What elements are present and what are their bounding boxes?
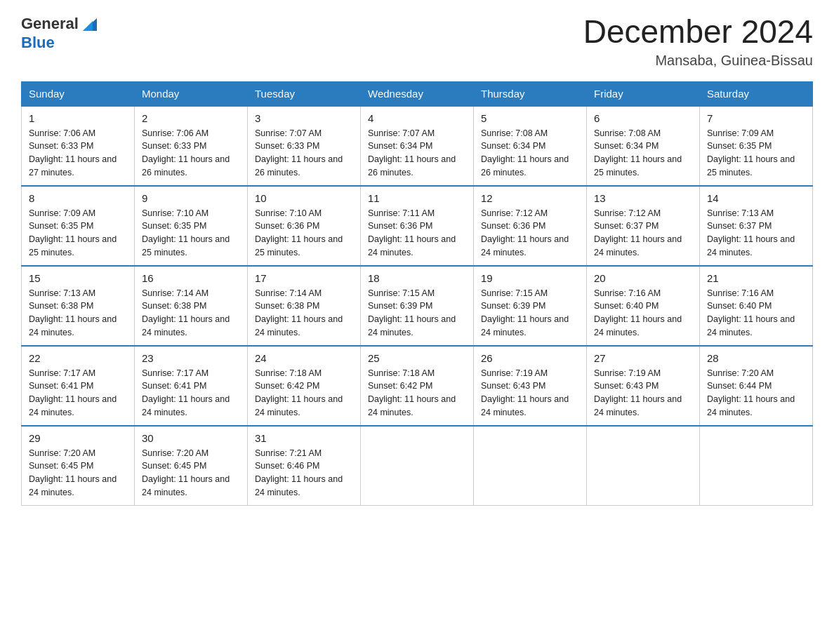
calendar-cell: 14Sunrise: 7:13 AMSunset: 6:37 PMDayligh… <box>700 186 813 266</box>
header-friday: Friday <box>587 81 700 106</box>
calendar-cell: 22Sunrise: 7:17 AMSunset: 6:41 PMDayligh… <box>22 346 135 426</box>
calendar-cell: 12Sunrise: 7:12 AMSunset: 6:36 PMDayligh… <box>474 186 587 266</box>
day-number: 16 <box>142 272 240 284</box>
day-info: Sunrise: 7:09 AMSunset: 6:35 PMDaylight:… <box>29 208 117 257</box>
logo: General Blue <box>21 14 100 52</box>
day-number: 2 <box>142 112 240 124</box>
header-sunday: Sunday <box>22 81 135 106</box>
day-info: Sunrise: 7:06 AMSunset: 6:33 PMDaylight:… <box>142 128 230 177</box>
calendar-cell: 17Sunrise: 7:14 AMSunset: 6:38 PMDayligh… <box>248 266 361 346</box>
calendar-cell: 3Sunrise: 7:07 AMSunset: 6:33 PMDaylight… <box>248 106 361 186</box>
day-info: Sunrise: 7:14 AMSunset: 6:38 PMDaylight:… <box>142 288 230 337</box>
calendar-cell: 9Sunrise: 7:10 AMSunset: 6:35 PMDaylight… <box>135 186 248 266</box>
calendar-cell: 13Sunrise: 7:12 AMSunset: 6:37 PMDayligh… <box>587 186 700 266</box>
day-info: Sunrise: 7:21 AMSunset: 6:46 PMDaylight:… <box>255 448 343 497</box>
calendar-cell: 16Sunrise: 7:14 AMSunset: 6:38 PMDayligh… <box>135 266 248 346</box>
day-info: Sunrise: 7:13 AMSunset: 6:37 PMDaylight:… <box>707 208 795 257</box>
calendar-header-row: SundayMondayTuesdayWednesdayThursdayFrid… <box>22 81 813 106</box>
day-info: Sunrise: 7:17 AMSunset: 6:41 PMDaylight:… <box>142 368 230 417</box>
header-tuesday: Tuesday <box>248 81 361 106</box>
calendar-week-row: 8Sunrise: 7:09 AMSunset: 6:35 PMDaylight… <box>22 186 813 266</box>
calendar-cell: 11Sunrise: 7:11 AMSunset: 6:36 PMDayligh… <box>361 186 474 266</box>
calendar-cell <box>361 426 474 506</box>
day-number: 5 <box>481 112 579 124</box>
day-number: 30 <box>142 432 240 444</box>
title-block: December 2024 Mansaba, Guinea-Bissau <box>583 14 813 69</box>
day-info: Sunrise: 7:18 AMSunset: 6:42 PMDaylight:… <box>368 368 456 417</box>
day-info: Sunrise: 7:09 AMSunset: 6:35 PMDaylight:… <box>707 128 795 177</box>
day-info: Sunrise: 7:16 AMSunset: 6:40 PMDaylight:… <box>594 288 682 337</box>
day-number: 29 <box>29 432 127 444</box>
calendar-cell: 6Sunrise: 7:08 AMSunset: 6:34 PMDaylight… <box>587 106 700 186</box>
day-number: 4 <box>368 112 466 124</box>
day-info: Sunrise: 7:07 AMSunset: 6:34 PMDaylight:… <box>368 128 456 177</box>
calendar-cell <box>474 426 587 506</box>
calendar-cell: 25Sunrise: 7:18 AMSunset: 6:42 PMDayligh… <box>361 346 474 426</box>
day-info: Sunrise: 7:10 AMSunset: 6:35 PMDaylight:… <box>142 208 230 257</box>
day-number: 15 <box>29 272 127 284</box>
calendar-cell: 2Sunrise: 7:06 AMSunset: 6:33 PMDaylight… <box>135 106 248 186</box>
day-number: 8 <box>29 192 127 204</box>
calendar-cell: 28Sunrise: 7:20 AMSunset: 6:44 PMDayligh… <box>700 346 813 426</box>
day-number: 26 <box>481 352 579 364</box>
day-number: 14 <box>707 192 805 204</box>
day-info: Sunrise: 7:19 AMSunset: 6:43 PMDaylight:… <box>481 368 569 417</box>
day-number: 12 <box>481 192 579 204</box>
day-info: Sunrise: 7:10 AMSunset: 6:36 PMDaylight:… <box>255 208 343 257</box>
day-number: 9 <box>142 192 240 204</box>
day-info: Sunrise: 7:17 AMSunset: 6:41 PMDaylight:… <box>29 368 117 417</box>
calendar-cell: 19Sunrise: 7:15 AMSunset: 6:39 PMDayligh… <box>474 266 587 346</box>
calendar-cell <box>700 426 813 506</box>
calendar-table: SundayMondayTuesdayWednesdayThursdayFrid… <box>21 81 813 506</box>
day-number: 24 <box>255 352 353 364</box>
day-info: Sunrise: 7:20 AMSunset: 6:44 PMDaylight:… <box>707 368 795 417</box>
day-number: 7 <box>707 112 805 124</box>
calendar-cell: 27Sunrise: 7:19 AMSunset: 6:43 PMDayligh… <box>587 346 700 426</box>
calendar-cell: 18Sunrise: 7:15 AMSunset: 6:39 PMDayligh… <box>361 266 474 346</box>
day-info: Sunrise: 7:12 AMSunset: 6:36 PMDaylight:… <box>481 208 569 257</box>
day-info: Sunrise: 7:15 AMSunset: 6:39 PMDaylight:… <box>481 288 569 337</box>
day-info: Sunrise: 7:16 AMSunset: 6:40 PMDaylight:… <box>707 288 795 337</box>
calendar-week-row: 22Sunrise: 7:17 AMSunset: 6:41 PMDayligh… <box>22 346 813 426</box>
day-number: 6 <box>594 112 692 124</box>
day-info: Sunrise: 7:19 AMSunset: 6:43 PMDaylight:… <box>594 368 682 417</box>
day-number: 27 <box>594 352 692 364</box>
header-saturday: Saturday <box>700 81 813 106</box>
day-number: 13 <box>594 192 692 204</box>
page-header: General Blue December 2024 Mansaba, Guin… <box>21 14 813 69</box>
day-info: Sunrise: 7:08 AMSunset: 6:34 PMDaylight:… <box>594 128 682 177</box>
calendar-week-row: 29Sunrise: 7:20 AMSunset: 6:45 PMDayligh… <box>22 426 813 506</box>
day-number: 23 <box>142 352 240 364</box>
calendar-cell: 8Sunrise: 7:09 AMSunset: 6:35 PMDaylight… <box>22 186 135 266</box>
calendar-cell: 15Sunrise: 7:13 AMSunset: 6:38 PMDayligh… <box>22 266 135 346</box>
logo-icon <box>80 14 100 34</box>
day-info: Sunrise: 7:15 AMSunset: 6:39 PMDaylight:… <box>368 288 456 337</box>
day-number: 20 <box>594 272 692 284</box>
logo-blue-text: Blue <box>21 34 55 52</box>
calendar-cell: 31Sunrise: 7:21 AMSunset: 6:46 PMDayligh… <box>248 426 361 506</box>
day-number: 11 <box>368 192 466 204</box>
day-info: Sunrise: 7:08 AMSunset: 6:34 PMDaylight:… <box>481 128 569 177</box>
calendar-cell: 20Sunrise: 7:16 AMSunset: 6:40 PMDayligh… <box>587 266 700 346</box>
calendar-cell: 4Sunrise: 7:07 AMSunset: 6:34 PMDaylight… <box>361 106 474 186</box>
day-number: 17 <box>255 272 353 284</box>
day-number: 18 <box>368 272 466 284</box>
day-info: Sunrise: 7:07 AMSunset: 6:33 PMDaylight:… <box>255 128 343 177</box>
day-number: 22 <box>29 352 127 364</box>
day-info: Sunrise: 7:14 AMSunset: 6:38 PMDaylight:… <box>255 288 343 337</box>
calendar-cell <box>587 426 700 506</box>
calendar-cell: 5Sunrise: 7:08 AMSunset: 6:34 PMDaylight… <box>474 106 587 186</box>
svg-marker-1 <box>83 21 93 31</box>
header-thursday: Thursday <box>474 81 587 106</box>
day-number: 25 <box>368 352 466 364</box>
logo-general-text: General <box>21 15 79 33</box>
day-info: Sunrise: 7:12 AMSunset: 6:37 PMDaylight:… <box>594 208 682 257</box>
day-number: 31 <box>255 432 353 444</box>
day-info: Sunrise: 7:13 AMSunset: 6:38 PMDaylight:… <box>29 288 117 337</box>
header-monday: Monday <box>135 81 248 106</box>
calendar-cell: 30Sunrise: 7:20 AMSunset: 6:45 PMDayligh… <box>135 426 248 506</box>
day-number: 28 <box>707 352 805 364</box>
calendar-cell: 24Sunrise: 7:18 AMSunset: 6:42 PMDayligh… <box>248 346 361 426</box>
day-number: 19 <box>481 272 579 284</box>
calendar-cell: 21Sunrise: 7:16 AMSunset: 6:40 PMDayligh… <box>700 266 813 346</box>
